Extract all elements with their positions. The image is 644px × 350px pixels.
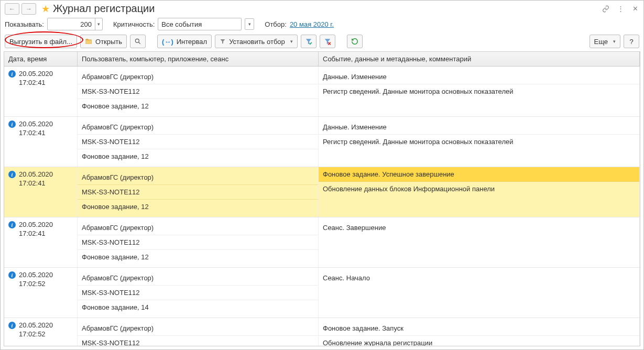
info-icon: i bbox=[8, 70, 16, 78]
info-icon: i bbox=[8, 121, 16, 128]
user-line: АбрамовГС (директор) bbox=[78, 321, 318, 336]
show-count-input[interactable]: 200 ▾ bbox=[47, 18, 103, 30]
user-line: АбрамовГС (директор) bbox=[78, 170, 318, 185]
user-line: АбрамовГС (директор) bbox=[78, 271, 318, 286]
close-icon[interactable]: ✕ bbox=[631, 5, 639, 13]
user-line: MSK-S3-NOTE112 bbox=[78, 185, 318, 200]
time-text: 17:02:41 bbox=[19, 229, 53, 238]
user-line: MSK-S3-NOTE112 bbox=[78, 135, 318, 149]
event-line: Регистр сведений. Данные монитора основн… bbox=[319, 84, 639, 99]
cell-event: Данные. ИзменениеРегистр сведений. Данны… bbox=[319, 67, 640, 116]
clear-filter-button[interactable] bbox=[320, 35, 335, 48]
cell-event: Сеанс. Начало bbox=[319, 268, 640, 318]
nav-back-button[interactable]: ← bbox=[5, 3, 19, 15]
cell-datetime: i20.05.202017:02:52 bbox=[4, 318, 78, 346]
info-icon: i bbox=[8, 171, 16, 178]
user-line: АбрамовГС (директор) bbox=[78, 120, 318, 135]
open-button[interactable]: Открыть bbox=[80, 35, 127, 48]
chevron-down-icon: ▾ bbox=[613, 39, 616, 44]
event-line: Сеанс. Завершение bbox=[319, 221, 639, 235]
show-count-value: 200 bbox=[48, 20, 95, 28]
date-text: 20.05.2020 bbox=[19, 321, 53, 330]
table-row[interactable]: i20.05.202017:02:41АбрамовГС (директор)M… bbox=[4, 67, 640, 117]
table-row[interactable]: i20.05.202017:02:41АбрамовГС (директор)M… bbox=[4, 167, 640, 217]
user-line: Фоновое задание, 12 bbox=[78, 99, 318, 113]
header-user[interactable]: Пользователь, компьютер, приложение, сеа… bbox=[78, 52, 319, 66]
table-row[interactable]: i20.05.202017:02:41АбрамовГС (директор)M… bbox=[4, 217, 640, 268]
filter-icon bbox=[220, 38, 226, 45]
time-text: 17:02:41 bbox=[19, 179, 53, 188]
funnel-clear-icon bbox=[324, 38, 331, 45]
folder-icon bbox=[85, 38, 92, 45]
event-line: Фоновое задание. Успешное завершение bbox=[319, 167, 639, 182]
date-text: 20.05.2020 bbox=[19, 120, 53, 129]
time-text: 17:02:41 bbox=[19, 79, 53, 88]
search-button[interactable] bbox=[130, 35, 146, 48]
nav-forward-button[interactable]: → bbox=[21, 3, 36, 15]
table-header: Дата, время Пользователь, компьютер, при… bbox=[4, 52, 640, 67]
user-line: Фоновое задание, 12 bbox=[78, 149, 318, 163]
selection-label: Отбор: bbox=[265, 20, 287, 28]
spinner-icon[interactable]: ▾ bbox=[95, 18, 102, 30]
refresh-button[interactable] bbox=[347, 35, 363, 48]
arrow-left-icon: ← bbox=[9, 5, 15, 13]
chevron-down-icon[interactable]: ▾ bbox=[245, 18, 254, 30]
info-icon: i bbox=[8, 322, 16, 329]
more-button[interactable]: Еще ▾ bbox=[590, 35, 620, 48]
cell-user: АбрамовГС (директор)MSK-S3-NOTE112Фоново… bbox=[78, 217, 319, 267]
event-line: Фоновое задание. Запуск bbox=[319, 321, 639, 336]
export-button[interactable]: Выгрузить в файл... bbox=[5, 35, 77, 48]
refresh-icon bbox=[351, 38, 358, 45]
date-text: 20.05.2020 bbox=[19, 170, 53, 179]
user-line: MSK-S3-NOTE112 bbox=[78, 336, 318, 346]
chevron-down-icon: ▾ bbox=[290, 39, 293, 44]
info-icon: i bbox=[8, 271, 16, 279]
severity-value: Все события bbox=[161, 20, 202, 28]
event-line: Данные. Изменение bbox=[319, 120, 639, 135]
cell-datetime: i20.05.202017:02:41 bbox=[4, 167, 78, 217]
cell-user: АбрамовГС (директор)MSK-S3-NOTE112Фоново… bbox=[78, 167, 319, 217]
user-line: MSK-S3-NOTE112 bbox=[78, 84, 318, 99]
cell-user: АбрамовГС (директор)MSK-S3-NOTE112Фоново… bbox=[78, 67, 319, 116]
interval-button[interactable]: (↔) Интервал bbox=[157, 35, 212, 48]
event-line: Обновление журнала регистрации bbox=[319, 336, 639, 346]
table-row[interactable]: i20.05.202017:02:52АбрамовГС (директор)M… bbox=[4, 318, 640, 346]
severity-label: Критичность: bbox=[113, 20, 155, 28]
magnifier-icon bbox=[134, 38, 141, 45]
table-body[interactable]: i20.05.202017:02:41АбрамовГС (директор)M… bbox=[4, 67, 640, 346]
cell-datetime: i20.05.202017:02:52 bbox=[4, 268, 78, 318]
selection-filter-button[interactable] bbox=[301, 35, 316, 48]
cell-event: Фоновое задание. ЗапускОбновление журнал… bbox=[319, 318, 640, 346]
svg-point-0 bbox=[135, 39, 139, 42]
user-line: АбрамовГС (директор) bbox=[78, 221, 318, 235]
set-filter-button[interactable]: Установить отбор ▾ bbox=[215, 35, 298, 48]
event-line: Обновление данных блоков Информационной … bbox=[319, 182, 639, 196]
event-line: Сеанс. Начало bbox=[319, 271, 639, 285]
user-line: Фоновое задание, 14 bbox=[78, 300, 318, 314]
table-row[interactable]: i20.05.202017:02:52АбрамовГС (директор)M… bbox=[4, 268, 640, 318]
cell-user: АбрамовГС (директор)MSK-S3-NOTE112Фоново… bbox=[78, 268, 319, 318]
cell-datetime: i20.05.202017:02:41 bbox=[4, 217, 78, 267]
user-line: MSK-S3-NOTE112 bbox=[78, 286, 318, 300]
page-title: Журнал регистрации bbox=[53, 3, 155, 15]
user-line: АбрамовГС (директор) bbox=[78, 70, 318, 84]
info-icon: i bbox=[8, 221, 16, 228]
arrow-right-icon: → bbox=[26, 5, 32, 13]
user-line: Фоновое задание, 12 bbox=[78, 250, 318, 264]
time-text: 17:02:52 bbox=[19, 280, 53, 289]
show-label: Показывать: bbox=[5, 20, 44, 28]
header-datetime[interactable]: Дата, время bbox=[4, 52, 78, 66]
header-event[interactable]: Событие, данные и метаданные, комментари… bbox=[319, 52, 640, 66]
cell-event: Данные. ИзменениеРегистр сведений. Данны… bbox=[319, 117, 640, 167]
table-row[interactable]: i20.05.202017:02:41АбрамовГС (директор)M… bbox=[4, 117, 640, 167]
star-icon[interactable]: ★ bbox=[41, 3, 50, 15]
cell-datetime: i20.05.202017:02:41 bbox=[4, 67, 78, 116]
funnel-check-icon bbox=[305, 38, 312, 45]
severity-select[interactable]: Все события bbox=[158, 18, 242, 30]
link-icon[interactable] bbox=[602, 5, 610, 13]
time-text: 17:02:41 bbox=[19, 129, 53, 138]
help-button[interactable]: ? bbox=[624, 35, 639, 48]
kebab-icon[interactable]: ⋮ bbox=[616, 5, 625, 13]
selection-date-link[interactable]: 20 мая 2020 г. bbox=[290, 20, 334, 28]
cell-user: АбрамовГС (директор)MSK-S3-NOTE112Фоново… bbox=[78, 117, 319, 167]
